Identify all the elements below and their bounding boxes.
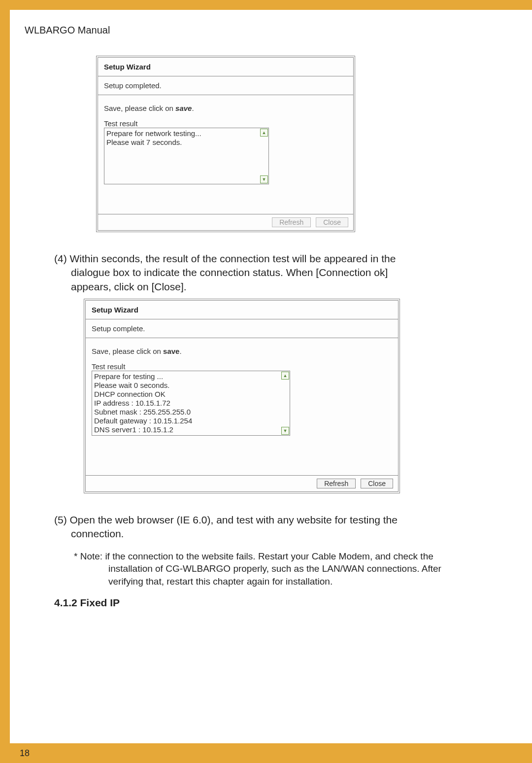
refresh-button[interactable]: Refresh — [317, 479, 356, 488]
save-keyword: save — [163, 347, 179, 355]
test-result-text: Prepare for network testing... Please wa… — [104, 128, 260, 184]
scroll-up-icon[interactable]: ▲ — [260, 129, 268, 137]
top-margin-bar — [0, 0, 532, 10]
manual-title: WLBARGO Manual — [25, 25, 507, 36]
refresh-button[interactable]: Refresh — [272, 217, 311, 227]
save-keyword: save — [175, 104, 192, 112]
dialog-title: Setup Wizard — [98, 58, 353, 76]
setup-status: Setup complete. — [86, 319, 398, 338]
scroll-up-icon[interactable]: ▲ — [281, 372, 289, 380]
page-footer: 18 — [0, 743, 532, 763]
save-prefix: Save, please click on — [92, 347, 163, 355]
save-prefix: Save, please click on — [104, 104, 175, 112]
setup-status: Setup completed. — [98, 76, 353, 95]
close-button[interactable]: Close — [361, 479, 393, 488]
test-result-label: Test result — [104, 119, 347, 128]
step-5-text: (5) Open the web browser (IE 6.0), and t… — [54, 513, 493, 541]
step-4-number: (4) — [54, 253, 70, 264]
scrollbar[interactable]: ▲ ▼ — [260, 128, 268, 184]
save-suffix: . — [179, 347, 181, 355]
test-result-text: Prepare for testing ... Please wait 0 se… — [92, 371, 281, 435]
test-result-textarea[interactable]: Prepare for network testing... Please wa… — [104, 128, 269, 184]
scrollbar[interactable]: ▲ ▼ — [281, 371, 290, 435]
section-heading: 4.1.2 Fixed IP — [54, 597, 507, 609]
step-5-number: (5) — [54, 514, 70, 525]
save-instruction: Save, please click on save. — [92, 347, 392, 355]
note-text: * Note: if the connection to the website… — [74, 550, 488, 588]
test-result-label: Test result — [92, 362, 392, 371]
page-number: 18 — [20, 748, 30, 759]
test-result-textarea[interactable]: Prepare for testing ... Please wait 0 se… — [92, 371, 290, 436]
left-margin-bar — [0, 0, 10, 763]
close-button[interactable]: Close — [316, 217, 348, 227]
scroll-down-icon[interactable]: ▼ — [260, 175, 268, 183]
save-instruction: Save, please click on save. — [104, 104, 347, 112]
scroll-down-icon[interactable]: ▼ — [281, 427, 289, 435]
note-lead: * Note: — [74, 551, 105, 561]
save-suffix: . — [192, 104, 194, 112]
setup-wizard-dialog-1: Setup Wizard Setup completed. Save, plea… — [96, 56, 355, 232]
step-4-text: (4) Within seconds, the result of the co… — [54, 252, 493, 294]
dialog-title: Setup Wizard — [86, 301, 398, 319]
setup-wizard-dialog-2: Setup Wizard Setup complete. Save, pleas… — [84, 299, 400, 493]
